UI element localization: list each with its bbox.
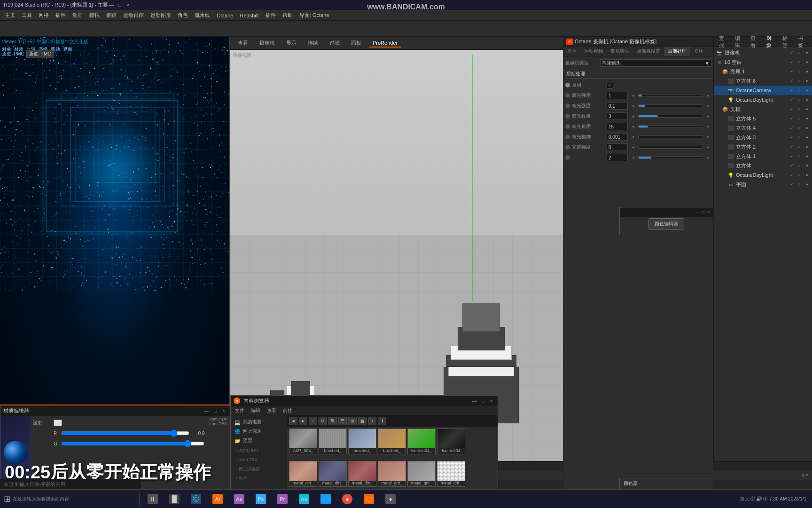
tree-action-icon-1[interactable]: ○ <box>796 59 803 65</box>
cam-arrow-right-2[interactable]: ► <box>705 103 711 109</box>
menu-item-[interactable]: 插件 <box>53 11 69 20</box>
browser-nav-mypc[interactable]: 💻 我的电脑 <box>231 417 287 427</box>
mat-close-btn[interactable]: × <box>220 407 227 414</box>
cam-track-3[interactable] <box>638 115 703 118</box>
taskbar-record[interactable]: ● <box>338 492 357 507</box>
tree-action-icon-14[interactable]: ● <box>804 181 810 188</box>
pr-tab-view[interactable]: 查看 <box>234 39 252 48</box>
tree-action-icon-14[interactable]: ✓ <box>789 181 795 188</box>
tree-item-3[interactable]: ⬛立方体.6✓○● <box>714 76 812 86</box>
tree-action-icon-8[interactable]: ○ <box>796 125 803 131</box>
taskbar-c4d[interactable]: Ⓒ <box>187 492 205 507</box>
browser-close-btn[interactable]: × <box>488 397 495 404</box>
texture-metal-5[interactable]: metal_grit_ <box>407 461 436 487</box>
tree-action-icon-12[interactable]: ✓ <box>789 162 795 169</box>
mat-diffuse-swatch[interactable] <box>54 420 62 426</box>
menu-item-Redshift[interactable]: Redshift <box>237 12 261 19</box>
g-channel-slider[interactable] <box>61 442 204 445</box>
texture-rust-1[interactable]: lsc-rust04_ <box>407 429 436 454</box>
tree-action-icon-4[interactable]: ○ <box>796 87 803 94</box>
texture-metal-6[interactable]: metal_drit_ <box>437 461 465 487</box>
tree-item-11[interactable]: ⬛立方体.1✓○● <box>714 151 812 161</box>
cam-arrow-right-3[interactable]: ► <box>705 113 711 119</box>
texture-metal-4[interactable]: metal_grit_ <box>378 461 406 487</box>
cam-arrow-right-5[interactable]: ► <box>705 134 711 140</box>
cam-arrow-left-1[interactable]: ◄ <box>630 92 636 99</box>
pr-tab-continuous[interactable]: 连续 <box>304 39 322 48</box>
texture-brushed-1[interactable]: brushed_ <box>319 429 347 454</box>
cam-prop-value-5[interactable]: 0.001 <box>607 133 628 141</box>
tree-action-icon-5[interactable]: ○ <box>796 96 803 103</box>
cam-track-1[interactable] <box>638 94 703 97</box>
tree-action-icon-11[interactable]: ✓ <box>789 153 795 159</box>
cam-arrow-left-6[interactable]: ◄ <box>630 144 636 151</box>
tree-action-icon-6[interactable]: ✓ <box>789 106 795 112</box>
color-editor-button[interactable]: 颜色编辑器 <box>648 218 684 230</box>
taskbar-diamond[interactable]: ♦ <box>381 492 400 507</box>
tree-item-9[interactable]: ⬛立方体.3✓○● <box>714 133 812 142</box>
cam-prop-value-4[interactable]: 15 <box>607 123 628 130</box>
tree-action-icon-11[interactable]: ○ <box>796 153 803 159</box>
cam-prop-value-7[interactable]: 2 <box>607 154 628 161</box>
texture-metal-1[interactable]: metal_dirt_ <box>289 461 317 487</box>
menu-item-[interactable]: 主页 <box>2 11 18 20</box>
tree-item-14[interactable]: ▭平面✓○● <box>714 180 812 189</box>
minimize-btn[interactable]: — <box>108 2 115 8</box>
browser-maximize-btn[interactable]: □ <box>480 397 486 404</box>
left-viewport[interactable]: Viewer 3.07~R2 中国C4D群量中文汉化版 对象 材质 比较 高级 … <box>0 37 229 461</box>
tree-action-icon-7[interactable]: ● <box>804 115 810 122</box>
taskbar-pr[interactable]: Pr <box>273 492 292 507</box>
browser-tool-3[interactable]: ↑ <box>309 417 317 425</box>
cam-track-6[interactable] <box>638 146 703 149</box>
menu-item-[interactable]: 工具 <box>19 11 35 20</box>
browser-nav-item-6[interactable]: └ 网上浏览器 <box>231 464 287 474</box>
taskbar-au[interactable]: Au <box>295 492 313 507</box>
cam-track-5[interactable] <box>638 135 703 138</box>
tree-action-icon-13[interactable]: ● <box>804 172 810 178</box>
cam-arrow-left-4[interactable]: ◄ <box>630 123 636 130</box>
browser-tool-2[interactable]: ► <box>299 417 307 425</box>
browser-tool-6[interactable]: ☰ <box>338 417 347 425</box>
tree-action-icon-1[interactable]: ✓ <box>789 59 795 65</box>
tree-action-icon-3[interactable]: ○ <box>796 78 803 84</box>
taskbar-ps[interactable]: Ps <box>251 492 270 507</box>
tree-item-8[interactable]: ⬛立方体.4✓○● <box>714 123 812 133</box>
tree-action-icon-4[interactable]: ✓ <box>789 87 795 94</box>
cam-track-7[interactable] <box>638 156 703 159</box>
taskbar-hex[interactable]: ⬡ <box>359 492 378 507</box>
tree-action-icon-6[interactable]: ○ <box>796 106 803 112</box>
menu-item-[interactable]: 帮助 <box>280 11 296 20</box>
taskbar-search-icon[interactable]: ⊞ <box>4 494 11 504</box>
menu-item-[interactable]: 网格 <box>36 11 52 20</box>
pr-tab-filter[interactable]: 过滤 <box>326 39 344 48</box>
tree-action-icon-3[interactable]: ✓ <box>789 78 795 84</box>
cam-arrow-right-6[interactable]: ► <box>705 144 711 151</box>
browser-menu-file[interactable]: 文件 <box>233 406 247 415</box>
texture-metal-3[interactable]: metal_dirt_ <box>348 461 376 487</box>
pmc-selector[interactable]: 通道: PMC <box>26 50 54 58</box>
browser-tool-7[interactable]: ⊞ <box>348 417 357 425</box>
texture-metal-2[interactable]: metal_dirt_ <box>319 461 347 487</box>
cam-prop-value-1[interactable]: 1 <box>607 92 628 99</box>
tree-item-7[interactable]: ⬛立方体.5✓○● <box>714 114 812 123</box>
tree-action-icon-9[interactable]: ✓ <box>789 134 795 141</box>
tree-action-icon-9[interactable]: ● <box>804 134 810 141</box>
texture-al27[interactable]: Al27_004_ <box>289 429 317 454</box>
cam-tab-post[interactable]: 后期处理 <box>664 47 690 56</box>
tree-action-icon-3[interactable]: ● <box>804 78 810 84</box>
tree-item-13[interactable]: 💡OctaneDayLight✓○● <box>714 170 812 180</box>
browser-menu-view[interactable]: 查看 <box>265 406 279 415</box>
tree-action-icon-0[interactable]: ○ <box>796 49 803 56</box>
cam-prop-value-2[interactable]: 0.1 <box>607 102 628 110</box>
taskbar-ai[interactable]: Ai <box>208 492 227 507</box>
tree-item-2[interactable]: 📦亮属 1✓○● <box>714 67 812 76</box>
browser-tool-5[interactable]: 🔍 <box>328 417 337 425</box>
tree-action-icon-10[interactable]: ● <box>804 143 810 150</box>
pr-tab-panel[interactable]: 面板 <box>347 39 365 48</box>
pr-tab-camera[interactable]: 摄像机 <box>256 39 279 48</box>
browser-nav-network[interactable]: 🌐 网上邻居 <box>231 427 287 436</box>
tree-action-icon-4[interactable]: ● <box>804 87 810 94</box>
tree-action-icon-12[interactable]: ○ <box>796 162 803 169</box>
cam-arrow-left-7[interactable]: ◄ <box>630 154 636 161</box>
tree-action-icon-1[interactable]: ● <box>804 59 810 65</box>
